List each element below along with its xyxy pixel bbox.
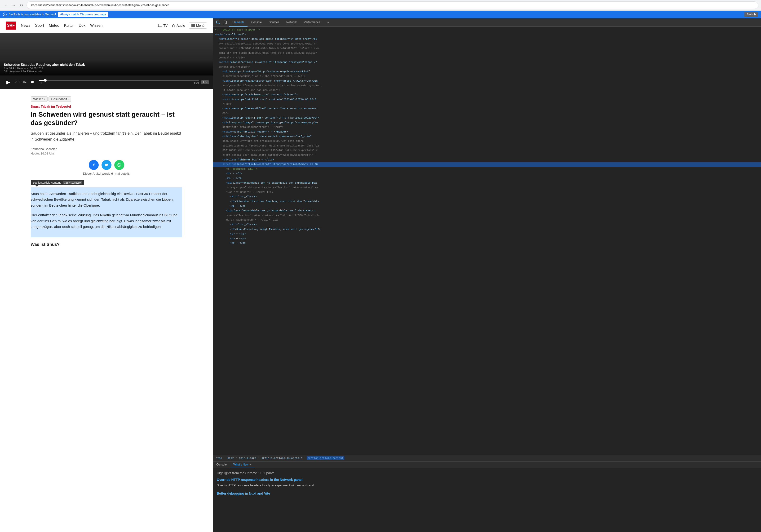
tab-more[interactable]: » [324,18,332,27]
html-line[interactable]: n:srf:portal:546" data-share-category="W… [213,153,761,158]
html-line[interactable]: rn:srf:audio:d0bc9901-0a91-4b9e-964c-1ec… [213,46,761,51]
nav-item-meteo[interactable]: Meteo [49,23,59,29]
html-line[interactable]: ~always-open" data-event-source="Textbox… [213,185,761,190]
html-line[interactable]: <p> ⋯ </p> [213,176,761,181]
srf-logo[interactable]: SRF [6,22,16,30]
nav-item-dok[interactable]: Dok [79,23,86,29]
reload-button[interactable]: ↻ [18,2,25,9]
html-line[interactable]: <section class="article-content" itempro… [213,162,761,167]
html-line[interactable]: <p> ⋯ </p> [213,232,761,236]
whatsapp-share-button[interactable] [114,160,124,170]
devtools-breadcrumb-item[interactable]: html [215,456,223,460]
bottom-tab-whats-new[interactable]: What's New ✕ [230,461,255,468]
html-line[interactable]: <meta itemprop="identifier" content="urn… [213,116,761,120]
volume-button[interactable] [29,78,36,86]
svg-marker-9 [31,81,33,84]
html-line[interactable]: <p> ⋯ </p> [213,171,761,176]
forward-button[interactable]: → [10,2,17,9]
html-line[interactable]: data-share-urn="urn:srf:article:20320702… [213,139,761,144]
html-line[interactable]: edia_urn-srf-audio-d0bc9901-0a91-4b9e-96… [213,51,761,56]
share-count: Dieser Artikel wurde 6 -mal geteilt. [83,172,130,175]
html-line[interactable]: <meta itemprop="datePublished" content="… [213,97,761,102]
devtools-breadcrumb-item[interactable]: main.l-card [238,456,257,460]
tv-button[interactable]: TV [158,24,167,28]
back-button[interactable]: ← [3,2,10,9]
html-line[interactable]: <main class="l-card"> [213,32,761,37]
mobile-icon[interactable] [222,19,229,26]
html-line[interactable]: -t-statt-geraucht-ist-das-gesuender"> [213,88,761,93]
audio-progress[interactable]: 0:01 4:29 [39,80,199,85]
speed-button[interactable]: 1.0x [201,80,209,84]
html-line[interactable]: 85714880" data-share-section="19938416" … [213,148,761,153]
devtools-breadcrumb-item[interactable]: article.article.js-article [261,456,303,460]
html-line[interactable]: <meta itemprop="dateModified" content="2… [213,106,761,111]
html-line[interactable]: <h2>Snus-Forschung zeigt Risiken, aber w… [213,227,761,232]
html-line[interactable]: 2:00"> [213,102,761,107]
html-line[interactable]: <p> ⋯ </p> [213,204,761,209]
breadcrumb-gesundheit[interactable]: Gesundheit › [48,96,71,102]
html-line[interactable]: <div class="expandable-box js-expandable… [213,181,761,186]
html-line[interactable]: <ol itemscope itemtype="http://schema.or… [213,69,761,74]
play-button[interactable]: ▶ [4,78,12,87]
inspector-icon[interactable] [215,19,221,26]
close-whats-new-button[interactable]: ✕ [249,463,252,466]
html-line[interactable]: publication-date="1685714880" data-share… [213,144,761,148]
skip-back-button[interactable]: «10 [15,81,20,84]
nav-item-wissen[interactable]: Wissen [90,23,102,29]
html-line[interactable]: <div class="shimmer-box"> ⋯ </div> [213,158,761,162]
html-line[interactable]: <p> ⋯ </p> [213,241,761,246]
html-line[interactable]: <a id="toc_1"></a> [213,195,761,199]
html-line[interactable]: <link itemprop="mainEntityOfPage" href="… [213,79,761,84]
match-language-button[interactable]: Always match Chrome's language [58,12,108,17]
html-line[interactable]: durch Tabakkonsum"> ⋯ </div> flex [213,218,761,222]
devtools-breadcrumb-item[interactable]: body [226,456,235,460]
html-line[interactable]: class="breadcrumbs " aria-label="Breadcr… [213,74,761,79]
tab-console[interactable]: Console [248,18,265,27]
html-line[interactable]: <!-- Begin of main wrapper--> [213,28,761,32]
html-line[interactable]: sen/gesundheit/snus-tabak-im-teebeutel-i… [213,83,761,88]
skip-forward-button[interactable]: 30» [22,81,27,84]
html-line[interactable]: <div itemprop="image" itemscope itemtype… [213,120,761,125]
tab-performance[interactable]: Performance [301,18,323,27]
nav-item-news[interactable]: News [21,23,30,29]
srf-header-right: TV Audio Menü [158,23,207,29]
devtools-breadcrumb-item[interactable]: section.article-content [307,456,344,460]
html-line[interactable]: <div class="expandable-box js-expandable… [213,208,761,213]
html-line[interactable]: <p> ⋯ </p> [213,236,761,241]
audio-label: Audio [177,24,185,28]
devtools-html-panel[interactable]: <!-- Begin of main wrapper--><main class… [213,27,761,455]
html-line[interactable]: ay/radio/_/audio/_?id=d0bc9901-0a91-4b9e… [213,42,761,46]
whats-new-link-1[interactable]: Override HTTP response headers in the Ne… [217,478,757,482]
html-line[interactable]: schema.org/Article"> [213,65,761,70]
html-line[interactable]: <meta itemprop="articleSection" content=… [213,92,761,97]
html-line[interactable]: <div class="js-media" data-app-audio tab… [213,37,761,42]
html-line[interactable]: <div class="sharing-bar" data-social-vie… [213,135,761,139]
tab-sources[interactable]: Sources [265,18,282,27]
svg-rect-11 [216,21,219,23]
menu-button[interactable]: Menü [189,23,207,29]
html-line[interactable]: <!--googleon: all--> [213,167,761,172]
html-line[interactable]: "Was ist Snus?"> ⋯ </div> flex [213,190,761,195]
tab-elements[interactable]: Elements [229,18,248,27]
nav-item-kultur[interactable]: Kultur [64,23,74,29]
html-line[interactable]: terbox"> ⋯ </div> [213,56,761,60]
twitter-share-button[interactable] [101,160,111,170]
breadcrumb-nav: Wissen › Gesundheit › [31,92,182,105]
html-line[interactable]: ageObject" aria-hidden="true"> ⋯ </div> [213,125,761,130]
html-line[interactable]: <header class="article-header"> ⋯ </head… [213,130,761,135]
switch-button[interactable]: Switch [744,12,758,17]
url-bar[interactable]: srf.ch/wissen/gesundheit/snus-tabak-im-t… [27,1,758,9]
html-line[interactable]: source="Textbox" data-event-value="Jährl… [213,213,761,218]
whats-new-link-2[interactable]: Better debugging in Nuxt and Vite [217,492,757,495]
breadcrumb-wissen[interactable]: Wissen › [31,96,48,102]
nav-item-sport[interactable]: Sport [35,23,44,29]
audio-progress-track[interactable] [39,80,199,81]
tab-network[interactable]: Network [283,18,300,27]
html-line[interactable]: <a id="toc_2"></a> [213,222,761,227]
bottom-tab-console[interactable]: Console [213,461,230,468]
html-line[interactable]: 00"> [213,111,761,116]
html-line[interactable]: <article class="article js-article" item… [213,60,761,65]
audio-button[interactable]: Audio [171,24,185,28]
facebook-share-button[interactable] [89,160,99,170]
html-line[interactable]: <h2>Schweden lässt das Rauchen, aber nic… [213,199,761,204]
